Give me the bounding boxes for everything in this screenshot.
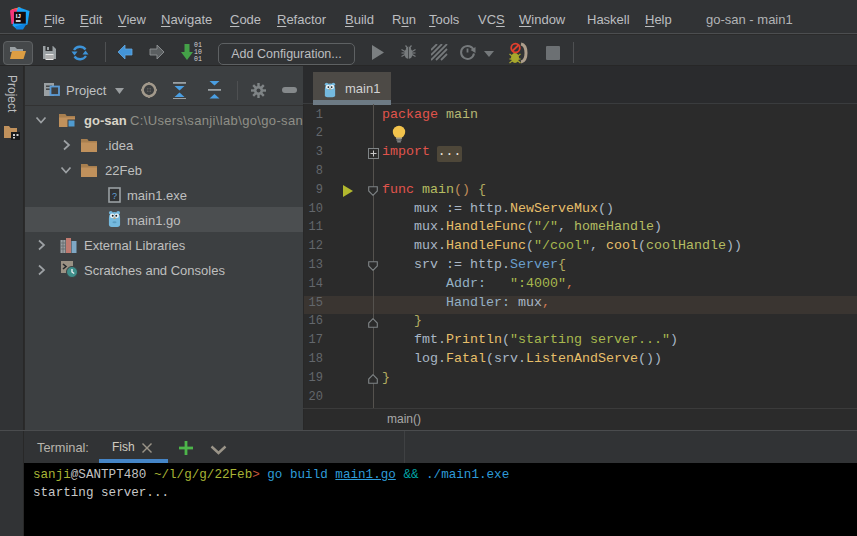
svg-text:?: ? — [112, 191, 117, 201]
svg-text:IJ: IJ — [16, 13, 21, 19]
